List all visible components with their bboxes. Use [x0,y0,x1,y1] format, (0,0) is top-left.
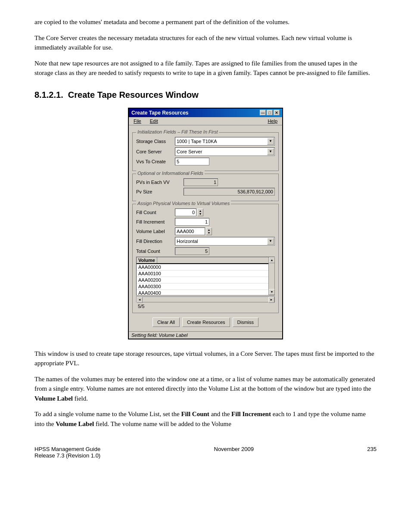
dismiss-button[interactable]: Dismiss [233,317,259,327]
paragraph-6: To add a single volume name to the Volum… [34,409,377,429]
volume-label-label: Volume Label [136,229,175,234]
menu-help[interactable]: Help [266,118,279,124]
volume-label-spinner-btn[interactable]: ▲▼ [206,227,212,235]
scroll-left-button[interactable]: ◄ [137,297,143,303]
core-server-select-wrapper: Core Server ▼ [175,147,275,156]
paragraph-2: The Core Server creates the necessary me… [34,33,377,53]
close-button[interactable]: ✕ [274,110,280,115]
fill-direction-select[interactable]: Horizontal Vertical [175,237,275,246]
pv-size-input [184,188,275,196]
storage-class-select[interactable]: 1000 | Tape T10KA [175,137,275,146]
vvs-to-create-input[interactable] [175,158,209,165]
scroll-thumb [269,263,274,289]
paragraph-5-bold: Volume Label [34,395,73,402]
optional-group: Optional or Informational Fields PVs in … [132,174,279,201]
page-footer: HPSS Management Guide Release 7.3 (Revis… [34,446,377,459]
init-group: Initialization Fields – Fill These In Fi… [132,132,279,171]
fill-increment-bold: Fill Increment [231,411,271,417]
dialog-title: Create Tape Resources [131,110,189,116]
dialog-menubar: File Edit Help [129,117,282,125]
footer-page-number: 235 [367,446,377,459]
create-resources-button[interactable]: Create Resources [182,317,230,327]
fill-increment-row: Fill Increment [136,218,275,226]
assign-group-label: Assign Physical Volumes to Virtual Volum… [136,201,231,206]
core-server-label: Core Server [136,149,175,154]
footer-date: November 2009 [214,446,254,459]
menu-edit[interactable]: Edit [149,118,159,124]
total-count-input [175,247,209,255]
vvs-to-create-row: Vvs To Create [136,158,275,165]
footer-release: Release 7.3 (Revision 1.0) [34,452,100,459]
paragraph-5-text3: field. [73,395,88,402]
paragraph-3: Note that new tape resources are not ass… [34,59,377,78]
paragraph-6-text2: and the [209,411,231,417]
fill-count-bold: Fill Count [181,411,209,417]
paragraph-6-text4: field. The volume name will be added to … [94,420,231,427]
fill-direction-row: Fill Direction Horizontal Vertical ▼ [136,237,275,246]
maximize-button[interactable]: □ [267,110,273,115]
pv-size-row: Pv Size [136,188,275,196]
core-server-select[interactable]: Core Server [175,147,275,156]
section-title: Create Tape Resources Window [68,90,199,100]
volume-cell: AAA00200 [137,277,268,283]
pvs-each-vv-input [184,178,218,186]
table-row: AAA00300 [137,283,268,290]
paragraph-4: This window is used to create tape stora… [34,349,377,368]
status-bar: Setting field: Volume Label [129,331,282,339]
footer-guide-name: HPSS Management Guide [34,446,100,452]
horizontal-scrollbar[interactable]: ◄ ► [136,296,275,302]
minimize-button[interactable]: — [260,110,266,115]
total-count-row: Total Count [136,247,275,255]
section-number: 8.1.2.1. [34,90,63,100]
vvs-to-create-label: Vvs To Create [136,159,175,164]
table-row: AAA00100 [137,271,268,277]
dialog-buttons-row: Clear All Create Resources Dismiss [132,316,279,328]
paragraph-5: The names of the volumes may be entered … [34,374,377,404]
menu-file[interactable]: File [132,118,143,124]
volume-cell: AAA00400 [137,290,268,295]
storage-class-label: Storage Class [136,139,175,144]
assign-group: Assign Physical Volumes to Virtual Volum… [132,204,279,313]
fill-count-row: Fill Count ▲▼ [136,208,275,216]
dialog-body: Initialization Fields – Fill These In Fi… [129,125,282,331]
pv-size-label: Pv Size [136,189,184,194]
volume-cell: AAA00300 [137,283,268,289]
optional-group-label: Optional or Informational Fields [136,171,205,176]
total-count-label: Total Count [136,249,175,254]
pvs-each-vv-label: PVs in Each VV [136,180,184,185]
init-group-label: Initialization Fields – Fill These In Fi… [136,129,219,134]
core-server-row: Core Server Core Server ▼ [136,147,275,156]
table-row: AAA00200 [137,277,268,283]
volume-table-header: Volume [137,257,268,264]
volume-list-content: Volume AAA00000 AAA00100 AAA00200 AAA003… [137,257,268,295]
menu-left: File Edit [132,118,159,124]
table-row: AAA00000 [137,264,268,271]
volume-cell: AAA00000 [137,264,268,270]
volume-table-body[interactable]: AAA00000 AAA00100 AAA00200 AAA00300 AAA0… [137,264,268,295]
create-tape-resources-dialog: Create Tape Resources — □ ✕ File Edit He… [128,108,283,339]
fill-direction-select-wrapper: Horizontal Vertical ▼ [175,237,275,246]
fill-count-label: Fill Count [136,210,175,215]
titlebar-controls: — □ ✕ [260,110,280,115]
fill-count-spinner-btn[interactable]: ▲▼ [197,208,203,216]
vertical-scrollbar[interactable]: ▲ ▼ [268,257,274,295]
scroll-up-button[interactable]: ▲ [269,257,275,263]
scroll-down-button[interactable]: ▼ [269,289,275,295]
volume-label-input[interactable] [175,227,205,235]
scroll-right-button[interactable]: ► [268,297,274,303]
volume-label-bold: Volume Label [56,420,94,427]
volume-label-row: Volume Label ▲▼ [136,227,275,235]
footer-left: HPSS Management Guide Release 7.3 (Revis… [34,446,100,459]
storage-class-select-wrapper: 1000 | Tape T10KA ▼ [175,137,275,146]
paragraph-6-text1: To add a single volume name to the Volum… [34,411,181,417]
volume-cell: AAA00100 [137,271,268,277]
storage-class-row: Storage Class 1000 | Tape T10KA ▼ [136,137,275,146]
fill-increment-label: Fill Increment [136,219,175,224]
section-heading: 8.1.2.1. Create Tape Resources Window [34,90,377,100]
fill-count-input[interactable] [175,208,196,216]
volume-label-wrapper: ▲▼ [175,227,275,235]
dialog-titlebar: Create Tape Resources — □ ✕ [129,109,282,117]
paragraph-1: are copied to the volumes' metadata and … [34,17,377,27]
fill-increment-input[interactable] [175,218,209,226]
clear-all-button[interactable]: Clear All [153,317,180,327]
